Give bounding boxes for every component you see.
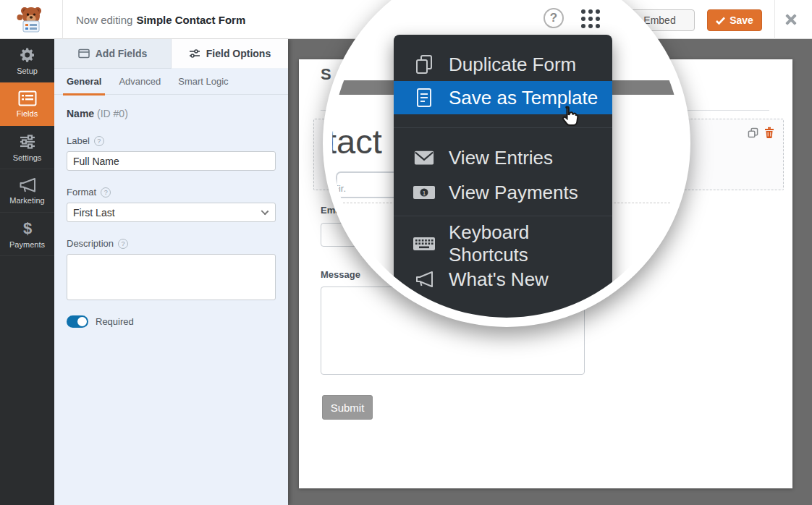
field-name-heading: Name (ID #0) (67, 108, 276, 119)
submit-button[interactable]: Submit (322, 395, 373, 420)
menu-item-view-entries[interactable]: View Entries (394, 142, 612, 174)
wpforms-logo (0, 0, 63, 39)
sidebar-item-fields[interactable]: Fields (0, 82, 54, 126)
sidebar-item-settings[interactable]: Settings (0, 126, 54, 169)
menu-item-view-payments[interactable]: 1 View Payments (394, 177, 612, 208)
gear-icon (19, 46, 36, 64)
sidebar-item-label: Payments (9, 240, 45, 249)
subtab-advanced[interactable]: Advanced (119, 69, 161, 95)
subtab-label: Advanced (119, 76, 161, 87)
help-icon[interactable]: ? (94, 136, 104, 146)
help-icon[interactable]: ? (544, 8, 564, 28)
field-options-icon (189, 48, 200, 59)
description-option-row: Description ? (67, 238, 276, 249)
magnified-title-fragment: tact (332, 122, 382, 161)
field-id-note: (ID #0) (97, 108, 128, 119)
now-editing-prefix: Now editing (76, 14, 132, 26)
sidebar-item-label: Settings (13, 153, 42, 162)
hand-cursor-icon (557, 103, 583, 130)
sidebar-item-payments[interactable]: $ Payments (0, 213, 54, 256)
description-textarea[interactable] (67, 254, 276, 300)
message-field-label: Message (321, 269, 360, 280)
menu-separator (394, 216, 612, 216)
help-icon[interactable]: ? (118, 239, 128, 249)
save-button-label: Save (729, 14, 753, 26)
required-row: Required (67, 315, 276, 328)
tab-label: Add Fields (96, 48, 148, 59)
menu-item-label: Duplicate Form (449, 54, 576, 76)
option-subtabs: General Advanced Smart Logic (54, 69, 288, 95)
dollar-icon: $ (19, 220, 36, 237)
help-icon[interactable]: ? (101, 187, 111, 198)
tab-label: Field Options (206, 48, 271, 59)
panel-body: Name (ID #0) Label ? Format ? First Last… (54, 95, 288, 328)
required-toggle[interactable] (67, 315, 88, 328)
subtab-label: General (67, 76, 101, 87)
label-option-text: Label (67, 135, 90, 146)
keyboard-icon (413, 236, 436, 252)
megaphone-icon (414, 269, 434, 289)
chevron-down-icon (261, 208, 269, 216)
field-name-title: Name (67, 108, 94, 119)
check-icon (716, 17, 725, 25)
add-fields-icon (78, 48, 90, 59)
format-select-value: First Last (73, 207, 115, 218)
subtab-smart-logic[interactable]: Smart Logic (178, 69, 228, 95)
sidebar-item-label: Fields (17, 109, 38, 118)
menu-item-whats-new[interactable]: What's New (394, 263, 612, 295)
format-select[interactable]: First Last (67, 203, 276, 222)
panel-tabs: Add Fields Field Options (54, 39, 288, 69)
description-option-text: Description (67, 238, 114, 249)
svg-text:$: $ (22, 220, 31, 237)
tab-field-options[interactable]: Field Options (172, 39, 288, 69)
menu-item-label: Keyboard Shortcuts (449, 221, 612, 266)
sidebar-item-label: Setup (17, 67, 38, 75)
duplicate-icon (414, 54, 434, 75)
template-icon (415, 87, 434, 109)
menu-item-label: View Entries (449, 147, 553, 169)
menu-item-label: What's New (449, 268, 549, 291)
form-fields-icon (18, 90, 37, 106)
menu-item-label: View Payments (449, 182, 578, 204)
menu-item-keyboard-shortcuts[interactable]: Keyboard Shortcuts (394, 228, 612, 260)
field-options-panel: Add Fields Field Options General Advance… (54, 39, 288, 505)
envelope-icon (413, 149, 435, 166)
grid-menu-icon[interactable] (580, 8, 601, 30)
menu-item-duplicate-form[interactable]: Duplicate Form (394, 48, 612, 81)
builder-sidebar: Setup Fields Settings (0, 39, 54, 505)
label-option-row: Label ? (67, 135, 276, 146)
now-editing-text: Now editing Simple Contact Form (76, 0, 245, 39)
sliders-icon (19, 133, 36, 150)
close-icon[interactable] (783, 12, 798, 27)
wpforms-bear-logo (15, 4, 47, 35)
format-option-row: Format ? (67, 187, 276, 198)
format-option-text: Format (67, 187, 96, 198)
save-button[interactable]: Save (707, 9, 762, 31)
preview-form-title: S (321, 65, 331, 84)
money-bill-icon: 1 (413, 184, 436, 200)
tab-add-fields[interactable]: Add Fields (54, 39, 172, 69)
label-input[interactable] (67, 151, 276, 171)
topbar-divider (774, 0, 775, 39)
form-actions-menu: Duplicate Form Save as Template (394, 35, 612, 318)
trash-icon[interactable] (764, 127, 774, 138)
wpforms-builder: Now editing Simple Contact Form Embed Sa… (0, 0, 812, 505)
svg-text:1: 1 (422, 190, 426, 197)
megaphone-icon (18, 177, 37, 193)
embed-button-label: Embed (643, 14, 675, 26)
form-title: Simple Contact Form (136, 14, 245, 26)
copy-icon[interactable] (748, 127, 758, 138)
required-label: Required (96, 316, 134, 327)
sidebar-item-setup[interactable]: Setup (0, 39, 54, 82)
subtab-label: Smart Logic (178, 76, 228, 87)
subtab-general[interactable]: General (67, 69, 101, 95)
sidebar-item-marketing[interactable]: Marketing (0, 169, 54, 213)
sidebar-item-label: Marketing (9, 196, 44, 205)
